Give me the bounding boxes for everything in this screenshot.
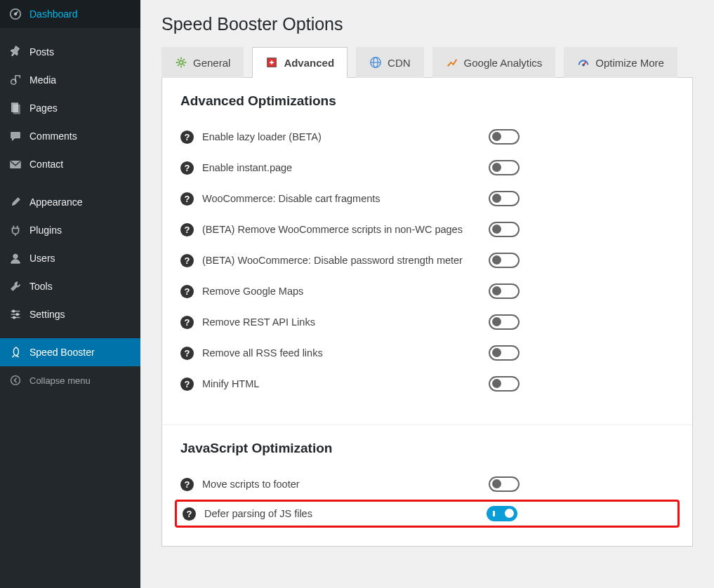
option-row-wc-remove-scripts: ?(BETA) Remove WooCommerce scripts in no… (180, 214, 674, 245)
toggle-defer-js[interactable] (487, 506, 517, 521)
sidebar-item-label: Speed Booster (29, 347, 95, 358)
option-label: (BETA) WooCommerce: Disable password str… (202, 255, 463, 266)
option-label: Enable lazy loader (BETA) (202, 131, 322, 142)
toggle-remove-gmaps[interactable] (489, 283, 520, 299)
tab-label: Optimize More (595, 57, 664, 69)
sidebar-item-contact[interactable]: Contact (0, 150, 140, 178)
help-icon[interactable]: ? (180, 131, 194, 144)
section-advanced-optimizations: Advanced Optimizations ?Enable lazy load… (162, 78, 692, 417)
help-icon[interactable]: ? (180, 316, 194, 329)
help-icon[interactable]: ? (183, 507, 196, 521)
svg-point-8 (16, 313, 19, 316)
toggle-remove-rest-api[interactable] (489, 314, 520, 330)
sidebar-item-comments[interactable]: Comments (0, 122, 140, 150)
option-row-defer-js: ?Defer parsing of JS files (175, 500, 680, 528)
wrench-icon (8, 279, 22, 293)
sidebar-item-label: Comments (29, 131, 77, 142)
sidebar-item-label: Contact (29, 159, 63, 170)
option-row-wc-pw-meter: ?(BETA) WooCommerce: Disable password st… (180, 245, 674, 276)
sidebar-item-speed-booster[interactable]: Speed Booster (0, 338, 140, 366)
toggle-wc-pw-meter[interactable] (489, 253, 520, 268)
sidebar-item-label: Media (29, 74, 56, 86)
sidebar-item-posts[interactable]: Posts (0, 38, 140, 66)
sidebar-item-users[interactable]: Users (0, 244, 140, 272)
admin-sidebar: Dashboard Posts Media Pages Comments Con… (0, 0, 140, 588)
section-title: JavaScript Optimization (180, 441, 674, 456)
pages-icon (8, 101, 22, 115)
svg-point-15 (583, 64, 585, 66)
tab-general[interactable]: General (161, 47, 244, 78)
toggle-instant-page[interactable] (489, 160, 520, 175)
help-icon[interactable]: ? (180, 478, 194, 491)
svg-point-11 (179, 60, 183, 64)
collapse-label: Collapse menu (29, 375, 91, 386)
option-row-move-footer: ?Move scripts to footer (180, 469, 674, 500)
tab-google-analytics[interactable]: Google Analytics (432, 47, 556, 78)
sidebar-item-media[interactable]: Media (0, 66, 140, 94)
help-icon[interactable]: ? (180, 285, 194, 298)
sidebar-item-plugins[interactable]: Plugins (0, 216, 140, 244)
toggle-move-footer[interactable] (489, 476, 520, 492)
sidebar-item-label: Pages (29, 102, 58, 114)
tab-cdn[interactable]: CDN (356, 47, 424, 78)
rocket-icon (8, 345, 22, 359)
advanced-icon (265, 56, 278, 69)
option-row-remove-gmaps: ?Remove Google Maps (180, 276, 674, 307)
svg-point-7 (13, 310, 15, 313)
collapse-icon (8, 373, 22, 387)
tabs-nav: General Advanced CDN Google Analytics Op… (161, 47, 693, 78)
brush-icon (8, 195, 22, 209)
sidebar-item-settings[interactable]: Settings (0, 300, 140, 328)
help-icon[interactable]: ? (180, 192, 194, 206)
option-label: Enable instant.page (202, 162, 292, 173)
toggle-wc-cart-fragments[interactable] (489, 191, 520, 206)
toggle-wc-remove-scripts[interactable] (489, 222, 520, 237)
sidebar-item-dashboard[interactable]: Dashboard (0, 0, 140, 28)
section-javascript-optimization: JavaScript Optimization ?Move scripts to… (162, 425, 692, 546)
page-title: Speed Booster Options (161, 0, 693, 47)
collapse-menu[interactable]: Collapse menu (0, 366, 140, 394)
tab-label: Google Analytics (464, 57, 543, 69)
help-icon[interactable]: ? (180, 254, 194, 267)
pin-icon (8, 45, 22, 59)
option-row-lazy-loader: ?Enable lazy loader (BETA) (180, 121, 674, 152)
tab-advanced[interactable]: Advanced (252, 47, 348, 78)
sidebar-item-pages[interactable]: Pages (0, 94, 140, 122)
sliders-icon (8, 307, 22, 321)
option-row-remove-rest-api: ?Remove REST API Links (180, 307, 674, 338)
svg-point-1 (14, 13, 17, 15)
sidebar-item-label: Users (29, 253, 55, 264)
help-icon[interactable]: ? (180, 347, 194, 360)
svg-rect-4 (13, 105, 20, 114)
sidebar-item-label: Settings (29, 309, 65, 320)
svg-point-6 (13, 254, 18, 258)
section-title: Advanced Optimizations (180, 93, 674, 109)
sidebar-item-tools[interactable]: Tools (0, 272, 140, 300)
toggle-lazy-loader[interactable] (489, 129, 520, 145)
svg-point-10 (11, 376, 20, 385)
dashboard-icon (8, 7, 22, 21)
option-label: Move scripts to footer (202, 479, 300, 490)
help-icon[interactable]: ? (180, 377, 194, 391)
main-content: Speed Booster Options General Advanced C… (140, 0, 714, 588)
help-icon[interactable]: ? (180, 223, 194, 236)
tab-label: General (193, 57, 230, 69)
gauge-icon (577, 56, 590, 69)
option-label: Defer parsing of JS files (204, 508, 312, 519)
tab-optimize-more[interactable]: Optimize More (564, 47, 677, 78)
help-icon[interactable]: ? (180, 161, 194, 175)
toggle-minify-html[interactable] (489, 376, 520, 392)
toggle-remove-rss[interactable] (489, 345, 520, 361)
sidebar-item-label: Appearance (29, 196, 83, 208)
gear-icon (175, 56, 187, 69)
option-row-wc-cart-fragments: ?WooCommerce: Disable cart fragments (180, 183, 674, 214)
globe-icon (369, 56, 382, 69)
sidebar-item-label: Posts (29, 46, 54, 58)
plug-icon (8, 223, 22, 237)
settings-panel: Advanced Optimizations ?Enable lazy load… (161, 77, 693, 547)
option-label: Remove Google Maps (202, 286, 303, 297)
sidebar-item-appearance[interactable]: Appearance (0, 188, 140, 216)
sidebar-item-label: Plugins (29, 225, 62, 236)
option-label: (BETA) Remove WooCommerce scripts in non… (202, 224, 463, 235)
option-label: Remove all RSS feed links (202, 347, 323, 359)
